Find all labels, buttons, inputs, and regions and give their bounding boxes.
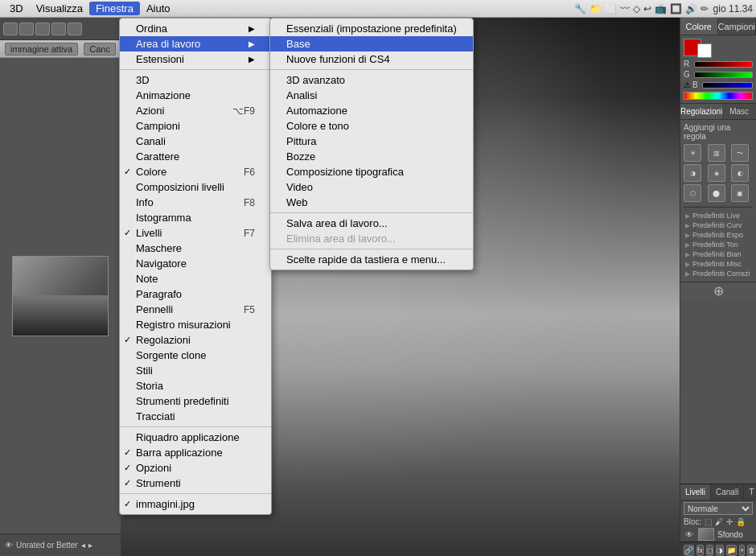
- menu-item-stili[interactable]: Stili: [120, 363, 271, 378]
- background-color-swatch[interactable]: [697, 43, 712, 58]
- color-b-slider[interactable]: [702, 82, 753, 89]
- tab-tracciati[interactable]: T: [744, 484, 756, 500]
- menubar-item-3d[interactable]: 3D: [3, 2, 30, 15]
- submenu-base[interactable]: Base: [270, 36, 473, 51]
- menu-item-estensioni[interactable]: Estensioni ▶: [120, 51, 271, 67]
- tab-canali[interactable]: Canali: [711, 484, 744, 500]
- adj-btn-color-balance[interactable]: ⬤: [708, 184, 725, 202]
- menu-item-info[interactable]: Info F8: [120, 195, 271, 210]
- tab-maschere[interactable]: Masc: [722, 104, 756, 119]
- submenu-web[interactable]: Web: [270, 195, 473, 210]
- menu-item-istogramma[interactable]: Istogramma: [120, 210, 271, 225]
- menu-item-composizioni-livelli[interactable]: Composizioni livelli: [120, 179, 271, 195]
- menu-item-pennelli[interactable]: Pennelli F5: [120, 302, 271, 317]
- adj-btn-bw[interactable]: ◐: [731, 164, 749, 182]
- adj-btn-saturation[interactable]: ◈: [708, 164, 725, 182]
- menu-item-canali[interactable]: Canali: [120, 134, 271, 149]
- layer-name[interactable]: Sfondo: [717, 530, 753, 539]
- menu-item-sorgente-clone[interactable]: Sorgente clone: [120, 348, 271, 363]
- submenu-3d-avanzato[interactable]: 3D avanzato: [270, 72, 473, 88]
- menu-item-strumenti-predefiniti[interactable]: Strumenti predefiniti: [120, 393, 271, 409]
- menu-item-paragrafo[interactable]: Paragrafo: [120, 286, 271, 302]
- add-group-button[interactable]: 📁: [726, 545, 737, 556]
- cancel-button[interactable]: Canc: [84, 43, 116, 56]
- menu-item-storia[interactable]: Storia: [120, 378, 271, 393]
- menu-item-maschere[interactable]: Maschere: [120, 241, 271, 256]
- tb-btn-2[interactable]: [19, 23, 34, 35]
- nav-arrow-right[interactable]: ▸: [88, 541, 92, 550]
- menubar-item-aiuto[interactable]: Aiuto: [140, 2, 177, 15]
- submenu-scelte-rapide[interactable]: Scelte rapide da tastiera e menu...: [270, 252, 473, 267]
- menu-item-strumenti[interactable]: Strumenti: [120, 476, 271, 491]
- menu-item-livelli[interactable]: Livelli F7: [120, 225, 271, 241]
- tb-btn-4[interactable]: [51, 23, 66, 35]
- tab-regolazioni[interactable]: Regolazioni: [680, 104, 722, 119]
- menu-item-opzioni[interactable]: Opzioni: [120, 460, 271, 476]
- submenu-bozze[interactable]: Bozze: [270, 149, 473, 164]
- menu-item-navigatore[interactable]: Navigatore: [120, 256, 271, 271]
- submenu-automazione[interactable]: Automazione: [270, 103, 473, 118]
- menu-item-note[interactable]: Note: [120, 271, 271, 286]
- link-layers-button[interactable]: 🔗: [684, 545, 694, 556]
- adj-btn-brightness[interactable]: ☀: [684, 144, 701, 162]
- add-mask-button[interactable]: ◻: [706, 545, 713, 556]
- menu-item-ordina[interactable]: Ordina ▶: [120, 21, 271, 36]
- adj-btn-levels[interactable]: ▥: [708, 144, 725, 162]
- nav-arrow-left[interactable]: ◂: [81, 541, 85, 550]
- lock-icon-paint[interactable]: 🖌: [715, 517, 723, 526]
- active-image-button[interactable]: immagine attiva: [5, 43, 78, 56]
- preset-item-4[interactable]: ▶ Predefiniti Bian: [684, 249, 753, 259]
- preset-item-6[interactable]: ▶ Predefiniti Correzi: [684, 269, 753, 278]
- submenu-salva-area[interactable]: Salva area di lavoro...: [270, 216, 473, 231]
- add-adjustment-button[interactable]: ⊕: [680, 282, 756, 299]
- tab-livelli[interactable]: Livelli: [680, 484, 711, 500]
- submenu-pittura[interactable]: Pittura: [270, 134, 473, 149]
- adj-btn-curves[interactable]: 〜: [731, 144, 749, 162]
- tab-color[interactable]: Colore: [680, 18, 718, 35]
- menu-item-registro[interactable]: Registro misurazioni: [120, 317, 271, 332]
- color-spectrum[interactable]: [684, 92, 753, 100]
- blend-mode-select[interactable]: Normale: [684, 502, 753, 515]
- adj-btn-hsl[interactable]: ⬡: [684, 184, 701, 202]
- menubar-item-finestra[interactable]: Finestra: [89, 2, 140, 15]
- submenu-essenziali[interactable]: Essenziali (impostazione predefinita): [270, 21, 473, 36]
- preset-item-3[interactable]: ▶ Predefiniti Ton: [684, 240, 753, 249]
- submenu-composizione-tipografica[interactable]: Composizione tipografica: [270, 164, 473, 179]
- add-adjustment-layer-button[interactable]: ◑: [716, 545, 724, 556]
- add-style-button[interactable]: fx: [696, 545, 704, 556]
- add-layer-button[interactable]: +: [739, 545, 745, 556]
- lock-icon-move[interactable]: ⬚: [705, 517, 712, 526]
- submenu-video[interactable]: Video: [270, 179, 473, 195]
- adj-btn-photo-filter[interactable]: ▣: [731, 184, 749, 202]
- menu-item-animazione[interactable]: Animazione: [120, 88, 271, 103]
- preset-item-1[interactable]: ▶ Predefiniti Curv: [684, 220, 753, 230]
- submenu-colore-tono[interactable]: Colore e tono: [270, 118, 473, 134]
- submenu-analisi[interactable]: Analisi: [270, 88, 473, 103]
- preset-item-5[interactable]: ▶ Predefiniti Misc: [684, 259, 753, 269]
- color-r-slider[interactable]: [694, 61, 753, 68]
- menubar-item-visualizza[interactable]: Visualizza: [30, 2, 89, 15]
- preset-item-2[interactable]: ▶ Predefiniti Espo: [684, 230, 753, 240]
- layer-visibility-icon[interactable]: 👁: [684, 530, 695, 539]
- tb-btn-5[interactable]: [68, 23, 82, 35]
- lock-icon-position[interactable]: ✛: [726, 517, 733, 526]
- menu-item-tracciati[interactable]: Tracciati: [120, 409, 271, 424]
- tb-btn-1[interactable]: [3, 23, 18, 35]
- tb-btn-3[interactable]: [35, 23, 50, 35]
- menu-item-azioni[interactable]: Azioni ⌥F9: [120, 103, 271, 118]
- menu-item-campioni[interactable]: Campioni: [120, 118, 271, 134]
- menu-item-barra-applicazione[interactable]: Barra applicazione: [120, 445, 271, 460]
- menu-item-3d[interactable]: 3D: [120, 72, 271, 88]
- delete-layer-button[interactable]: 🗑: [747, 545, 756, 556]
- tab-swatches[interactable]: Campioni: [718, 18, 756, 35]
- menu-item-carattere[interactable]: Carattere: [120, 149, 271, 164]
- menu-item-immagini-jpg[interactable]: immagini.jpg: [120, 496, 271, 512]
- adj-btn-exposure[interactable]: ◑: [684, 164, 701, 182]
- menu-item-colore[interactable]: Colore F6: [120, 164, 271, 179]
- preset-item-0[interactable]: ▶ Predefiniti Live: [684, 211, 753, 220]
- submenu-nuove-funzioni[interactable]: Nuove funzioni di CS4: [270, 51, 473, 67]
- menu-item-regolazioni[interactable]: Regolazioni: [120, 332, 271, 348]
- menu-item-riquadro[interactable]: Riquadro applicazione: [120, 430, 271, 445]
- lock-icon-all[interactable]: 🔒: [736, 517, 746, 526]
- color-g-slider[interactable]: [694, 72, 753, 78]
